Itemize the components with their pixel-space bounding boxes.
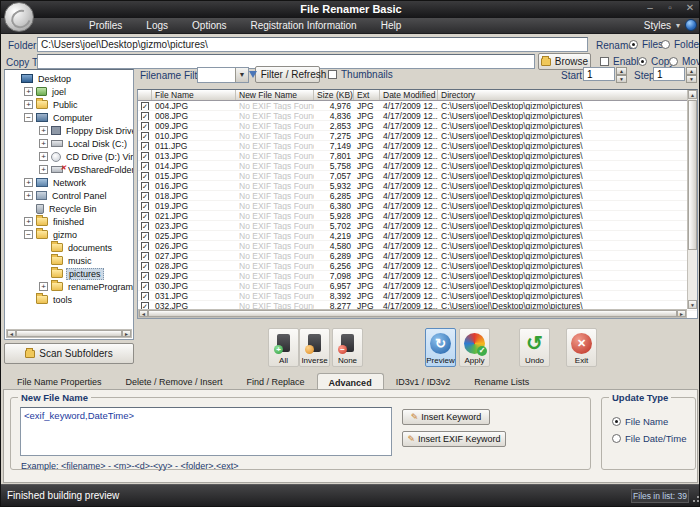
row-checkbox[interactable]: ✓ [141,132,149,140]
expand-icon[interactable]: + [24,87,33,96]
tree-item-local-disk-c-[interactable]: +Local Disk (C:) [5,137,133,150]
row-checkbox[interactable]: ✓ [141,212,149,220]
exit-button[interactable]: ✕Exit [566,328,597,367]
table-row[interactable]: ✓004.JPGNo EXIF Tags Found4,976JPG4/17/2… [138,101,697,111]
tree-item-recycle-bin[interactable]: +Recycle Bin [5,202,133,215]
close-button[interactable]: ✕ [683,2,697,13]
table-row[interactable]: ✓015.JPGNo EXIF Tags Found7,057JPG4/17/2… [138,171,697,181]
table-row[interactable]: ✓014.JPGNo EXIF Tags Found5,758JPG4/17/2… [138,161,697,171]
tree-item-music[interactable]: +music [5,254,133,267]
table-row[interactable]: ✓013.JPGNo EXIF Tags Found7,801JPG4/17/2… [138,151,697,161]
column-header-size-kb-[interactable]: Size (KB) [314,90,354,100]
all-button[interactable]: +All [268,328,299,367]
table-row[interactable]: ✓021.JPGNo EXIF Tags Found5,928JPG4/17/2… [138,211,697,221]
rename-files-radio[interactable]: Files [629,39,663,50]
tree-item-finished[interactable]: +finished [5,215,133,228]
table-row[interactable]: ✓026.JPGNo EXIF Tags Found4,580JPG4/17/2… [138,241,697,251]
table-row[interactable]: ✓011.JPGNo EXIF Tags Found7,149JPG4/17/2… [138,141,697,151]
expand-icon[interactable]: + [39,282,48,291]
row-checkbox[interactable]: ✓ [141,122,149,130]
tab-delete-remove-insert[interactable]: Delete / Remove / Insert [114,373,235,390]
styles-menu[interactable]: Styles [644,20,671,31]
tree-item-desktop[interactable]: +Desktop [5,72,133,85]
tree-horizontal-scrollbar[interactable]: ◄► [6,329,132,338]
resize-grip[interactable] [691,496,699,504]
row-checkbox[interactable]: ✓ [141,162,149,170]
expand-icon[interactable]: + [24,100,33,109]
menu-item-options[interactable]: Options [180,18,238,34]
chevron-down-icon[interactable]: ▼ [235,68,248,82]
expand-icon[interactable]: + [39,152,48,161]
update-file-datetime-radio[interactable]: File Date/Time [612,433,686,444]
insert-keyword-button[interactable]: ✎Insert Keyword [402,409,490,425]
menu-item-registration-information[interactable]: Registration Information [239,18,369,34]
table-row[interactable]: ✓018.JPGNo EXIF Tags Found6,285JPG4/17/2… [138,191,697,201]
move-radio[interactable]: Move [669,56,700,67]
row-checkbox[interactable]: ✓ [141,242,149,250]
row-checkbox[interactable]: ✓ [141,282,149,290]
menu-item-logs[interactable]: Logs [134,18,180,34]
expand-icon[interactable]: + [24,178,33,187]
preview-button[interactable]: ↻Preview [425,328,456,367]
step-spinner[interactable]: 1▲▼ [653,67,697,81]
expand-icon[interactable]: + [24,191,33,200]
apply-button[interactable]: Apply [459,328,490,367]
tab-id3v1-id3v2[interactable]: ID3v1 / ID3v2 [384,373,463,390]
row-checkbox[interactable]: ✓ [141,232,149,240]
table-vertical-scrollbar[interactable]: ▲ ▼ [687,90,697,309]
help-globe-icon[interactable] [685,19,697,31]
tree-item-tools[interactable]: +tools [5,293,133,306]
table-row[interactable]: ✓009.JPGNo EXIF Tags Found2,853JPG4/17/2… [138,121,697,131]
expand-icon[interactable]: + [39,139,48,148]
new-file-name-input[interactable]: <exif_keyword,DateTime> [20,407,392,456]
tree-item-vbsharedfolder-vboxsvr-z[interactable]: +VBSharedFolder (\\vboxsvr) (Z [5,163,133,176]
collapse-icon[interactable]: − [24,113,33,122]
tree-item-public[interactable]: +Public [5,98,133,111]
tree-item-pictures[interactable]: +pictures [5,267,133,280]
column-header-new-file-name[interactable]: New File Name [236,90,314,100]
column-header-file-name[interactable]: File Name [152,90,236,100]
table-row[interactable]: ✓028.JPGNo EXIF Tags Found6,256JPG4/17/2… [138,261,697,271]
row-checkbox[interactable]: ✓ [141,142,149,150]
column-header-date-modified[interactable]: Date Modified [380,90,438,100]
collapse-icon[interactable]: − [24,230,33,239]
row-checkbox[interactable]: ✓ [141,292,149,300]
scan-subfolders-button[interactable]: Scan Subfolders [4,343,134,364]
inverse-button[interactable]: Inverse [299,328,330,367]
rename-folders-radio[interactable]: Folders [661,39,700,50]
table-row[interactable]: ✓023.JPGNo EXIF Tags Found5,702JPG4/17/2… [138,221,697,231]
row-checkbox[interactable]: ✓ [141,252,149,260]
row-checkbox[interactable]: ✓ [141,192,149,200]
start-spinner[interactable]: 1▲▼ [583,67,627,81]
expand-icon[interactable]: + [39,165,48,174]
table-row[interactable]: ✓025.JPGNo EXIF Tags Found4,219JPG4/17/2… [138,231,697,241]
row-checkbox[interactable]: ✓ [141,222,149,230]
tree-item-cd-drive-d-virtualbox-guest[interactable]: +CD Drive (D:) VirtualBox Guest [5,150,133,163]
row-checkbox[interactable]: ✓ [141,152,149,160]
column-header-directory[interactable]: Directory [438,90,689,100]
table-row[interactable]: ✓008.JPGNo EXIF Tags Found4,836JPG4/17/2… [138,111,697,121]
row-checkbox[interactable]: ✓ [141,182,149,190]
tree-item-renameprograms[interactable]: +renamePrograms [5,280,133,293]
table-row[interactable]: ✓027.JPGNo EXIF Tags Found6,289JPG4/17/2… [138,251,697,261]
table-row[interactable]: ✓029.JPGNo EXIF Tags Found7,098JPG4/17/2… [138,271,697,281]
tab-rename-lists[interactable]: Rename Lists [462,373,541,390]
maximize-button[interactable]: ▫ [663,2,677,13]
insert-exif-keyword-button[interactable]: ✎Insert EXIF Keyword [402,431,506,447]
undo-button[interactable]: ↺Undo [519,328,550,367]
menu-item-help[interactable]: Help [369,18,414,34]
folder-path-input[interactable]: C:\Users\joel\Desktop\gizmo\pictures\ [37,37,588,52]
tree-item-control-panel[interactable]: +Control Panel [5,189,133,202]
filter-refresh-button[interactable]: Filter / Refresh [255,66,320,83]
table-row[interactable]: ✓016.JPGNo EXIF Tags Found5,932JPG4/17/2… [138,181,697,191]
row-checkbox[interactable]: ✓ [141,102,149,110]
menu-item-profiles[interactable]: Profiles [77,18,134,34]
table-row[interactable]: ✓010.JPGNo EXIF Tags Found7,275JPG4/17/2… [138,131,697,141]
thumbnails-checkbox[interactable]: Thumbnails [328,69,393,80]
tree-item-documents[interactable]: +documents [5,241,133,254]
none-button[interactable]: −None [332,328,363,367]
filename-filter-combobox[interactable]: ▼ [197,67,249,83]
table-row[interactable]: ✓031.JPGNo EXIF Tags Found8,392JPG4/17/2… [138,291,697,301]
minimize-button[interactable]: – [643,2,657,13]
update-file-name-radio[interactable]: File Name [612,416,668,427]
